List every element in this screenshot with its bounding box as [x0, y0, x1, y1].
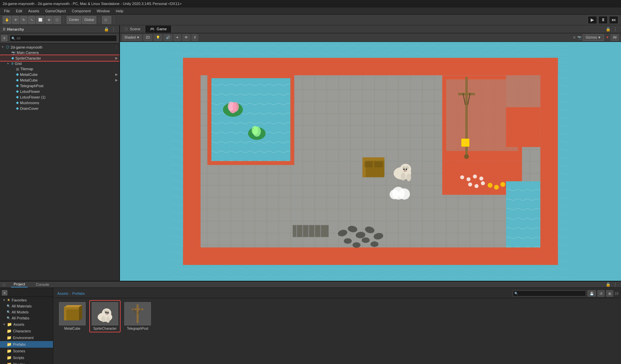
label-tp: TelegraphPost — [20, 84, 43, 88]
project-search-bar[interactable]: 🔍 — [513, 290, 586, 296]
gizmos-btn[interactable]: Gizmos ▼ — [583, 34, 604, 41]
lighting-btn[interactable]: 💡 — [154, 34, 162, 41]
save-proj-btn[interactable]: 💾 — [587, 290, 596, 297]
proj-all-models[interactable]: 🔍 All Models — [0, 309, 53, 315]
tab-console[interactable]: Console — [33, 282, 52, 287]
tab-project[interactable]: Project — [11, 281, 28, 287]
project-more[interactable]: ⋮ — [612, 281, 618, 287]
project-search-input[interactable] — [519, 292, 584, 295]
fx-btn[interactable]: ✦ — [174, 34, 181, 41]
menu-help[interactable]: Help — [113, 8, 126, 14]
center-btn[interactable]: Center — [67, 16, 81, 24]
hierarchy-search-input[interactable] — [17, 37, 115, 40]
proj-all-materials[interactable]: 🔍 All Materials — [0, 303, 53, 309]
project-header: ⬡ Project Console 🔒 ⋮ — [0, 281, 621, 288]
2d-btn[interactable]: 2D — [143, 34, 152, 41]
transform-all-tool[interactable]: ⊕ — [45, 16, 53, 24]
proj-assets-header[interactable]: ▼ 📁 Assets — [0, 321, 53, 328]
more-root[interactable]: ⋮ — [115, 45, 118, 49]
menu-component[interactable]: Component — [69, 8, 93, 14]
project-panel: ⬡ Project Console 🔒 ⋮ + — [0, 281, 621, 364]
proj-scripts[interactable]: 📁 Scripts — [0, 354, 53, 361]
hierarchy-item-tilemap[interactable]: ▶ ▦ Tilemap — [0, 66, 119, 72]
hierarchy-lock[interactable]: 🔒 — [103, 26, 109, 32]
proj-all-prefabs[interactable]: 🔍 All Prefabs — [0, 315, 53, 321]
menu-file[interactable]: File — [1, 8, 13, 14]
hierarchy-item-mushrooms[interactable]: ▶ ◆ Mushrooms — [0, 100, 119, 105]
rect-tool[interactable]: ⬜ — [36, 16, 45, 24]
hierarchy-item-lotus2[interactable]: ▶ ◆ LotusFlower (1) — [0, 94, 119, 100]
breadcrumb-sep: › — [70, 291, 71, 295]
asset-spritecharacter[interactable]: SpriteCharacter — [90, 301, 120, 332]
move-tool[interactable]: ✛ — [12, 16, 19, 24]
play-button[interactable]: ▶ — [588, 16, 597, 24]
all-layers-btn[interactable]: All — [611, 34, 619, 41]
arr-mc2: ▶ — [115, 78, 118, 82]
hierarchy-add-btn[interactable]: + — [1, 35, 7, 41]
scripts-folder-icon: 📁 — [7, 355, 12, 360]
svg-point-66 — [479, 176, 483, 180]
shaded-btn[interactable]: Shaded ▼ — [122, 34, 142, 41]
hierarchy-item-grid[interactable]: ▼ # Grid — [0, 61, 119, 66]
svg-point-28 — [344, 238, 352, 244]
asset-name-sprite: SpriteCharacter — [93, 327, 117, 330]
view-lock[interactable]: 🔒 — [605, 26, 611, 32]
project-lock[interactable]: 🔒 — [605, 281, 611, 287]
proj-characters[interactable]: 📁 Characters — [0, 328, 53, 334]
view-more[interactable]: ⋮ — [612, 26, 618, 32]
menu-window[interactable]: Window — [94, 8, 112, 14]
scale-tool[interactable]: ⤡ — [28, 16, 35, 24]
proj-scenes[interactable]: 📁 Scenes — [0, 348, 53, 354]
proj-shader[interactable]: 📁 Shader — [0, 361, 53, 364]
hierarchy-item-metalcube2[interactable]: ▶ ◆ MetalCube ▶ — [0, 77, 119, 83]
grid-toggle[interactable]: # — [192, 34, 198, 41]
hierarchy-item-drain[interactable]: ▶ ◆ DrainCover — [0, 105, 119, 111]
hierarchy-item-telegraph[interactable]: ▶ ◆ TelegraphPost — [0, 83, 119, 89]
asset-metalcube[interactable]: MetalCube — [57, 301, 87, 332]
audio-btn[interactable]: 🔊 — [164, 34, 172, 41]
tab-scene[interactable]: ⬡ Scene — [120, 26, 145, 33]
x-close[interactable]: ✕ — [573, 35, 576, 40]
hierarchy-item-sprite[interactable]: ▶ ◆ SpriteCharacter ▶ — [0, 55, 119, 61]
menu-gameobject[interactable]: GameObject — [43, 8, 69, 14]
step-button[interactable]: ⏭ — [609, 16, 618, 24]
layers-btn[interactable]: ⬡ — [102, 16, 111, 24]
proj-prefabs[interactable]: 📁 Prefabs — [0, 341, 53, 348]
icon-l2: ◆ — [16, 95, 19, 99]
asset-telegraph[interactable]: TelegraphPost — [123, 301, 153, 332]
rotate-tool[interactable]: ↻ — [20, 16, 27, 24]
project-header-right: 🔒 ⋮ — [605, 281, 618, 287]
hierarchy-item-metalcube1[interactable]: ▶ ◆ MetalCube ▶ — [0, 72, 119, 77]
view-toolbar-right: ✕ 📷 Gizmos ▼ 🔻 All — [573, 34, 619, 41]
svg-point-35 — [233, 102, 239, 112]
proj-add-bar: + — [0, 289, 53, 297]
proj-environment[interactable]: 📁 Environment — [0, 334, 53, 341]
scene-cam-btn[interactable]: 👁 — [182, 34, 190, 41]
menu-assets[interactable]: Assets — [26, 8, 42, 14]
cam-icon: 📷 — [577, 36, 581, 39]
sep-1 — [64, 17, 64, 23]
hierarchy-item-camera[interactable]: ▶ 📷 Main Camera — [0, 50, 119, 55]
filter-btn[interactable]: ⊞ — [606, 290, 613, 297]
proj-favorites-header[interactable]: ▼ ★ Favorites — [0, 297, 53, 303]
tab-game[interactable]: 🎮 Game — [145, 26, 172, 33]
project-body: + ▼ ★ Favorites 🔍 All Materials 🔍 All — [0, 288, 621, 364]
svg-rect-15 — [506, 76, 540, 107]
refresh-btn[interactable]: ↺ — [597, 290, 605, 297]
game-canvas: ⚡ — [120, 42, 621, 281]
hand-tool[interactable]: ✋ — [3, 16, 11, 24]
svg-point-68 — [474, 184, 478, 188]
menu-edit[interactable]: Edit — [13, 8, 25, 14]
content-right-tools: 🔍 💾 ↺ ⊞ 19 — [513, 290, 618, 297]
breadcrumb-assets[interactable]: Assets — [57, 291, 68, 295]
breadcrumb-prefabs[interactable]: Prefabs — [72, 291, 85, 295]
hierarchy-item-lotus1[interactable]: ▶ ◆ LotusFlower — [0, 89, 119, 94]
hierarchy-more[interactable]: ⋮ — [111, 26, 117, 32]
proj-add-btn[interactable]: + — [2, 290, 7, 295]
svg-rect-42 — [364, 161, 372, 167]
hierarchy-icon: ☰ — [3, 27, 6, 31]
hierarchy-item-root[interactable]: ▼ ⬡ 2d-game-maynooth ⋮ — [0, 44, 119, 50]
custom-tool[interactable]: ⬡ — [53, 16, 61, 24]
pause-button[interactable]: ⏸ — [598, 16, 608, 24]
global-btn[interactable]: Global — [82, 16, 96, 24]
